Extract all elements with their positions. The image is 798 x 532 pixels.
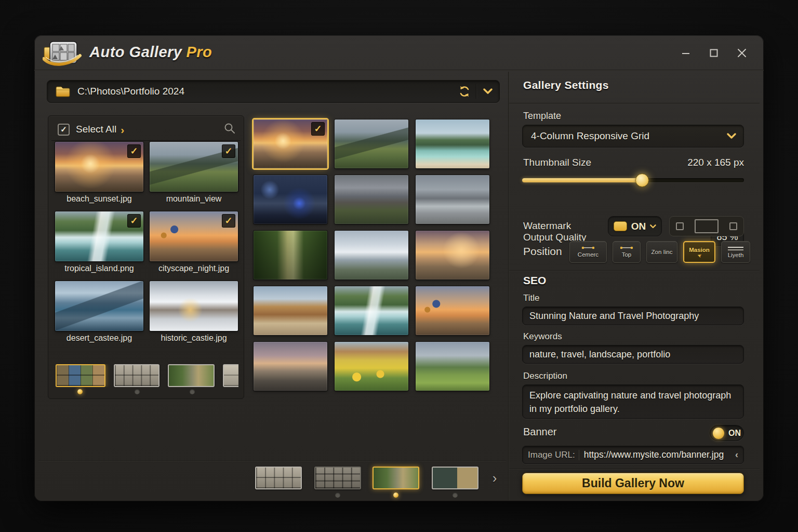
app-window: Auto GalleryPro C:\Photos\Portfolio 20 bbox=[34, 35, 764, 501]
file-item[interactable]: ✓beach_sunset.jpg bbox=[55, 142, 143, 206]
position-option-label: Top bbox=[622, 251, 632, 258]
settings-header-divider bbox=[509, 103, 760, 104]
grid-photo[interactable] bbox=[416, 286, 489, 335]
file-item[interactable]: historic_castie.jpg bbox=[150, 281, 238, 345]
gallery-preview-thumb[interactable] bbox=[314, 467, 361, 489]
app-title-suffix: Pro bbox=[186, 44, 212, 60]
seo-heading: SEO bbox=[523, 274, 546, 287]
slider-knob[interactable] bbox=[635, 174, 649, 187]
grid-photo[interactable]: ✓ bbox=[254, 119, 327, 168]
strip-dot[interactable] bbox=[77, 389, 83, 394]
banner-url-value[interactable]: https://www.mysite.com/banner.jpg bbox=[584, 449, 735, 460]
file-item[interactable]: ✓mountain_view bbox=[150, 142, 238, 206]
layout-preview-thumb[interactable] bbox=[114, 364, 159, 387]
cursor-deco-icon: ➤ bbox=[697, 252, 702, 258]
position-label: Position bbox=[523, 245, 562, 258]
chevron-down-icon bbox=[650, 224, 656, 229]
minimize-button[interactable] bbox=[680, 47, 692, 59]
seo-keywords-input[interactable]: nature, travel, landscape, portfolio bbox=[522, 345, 744, 364]
strip-dot[interactable] bbox=[190, 389, 195, 394]
layout-preview-thumb[interactable] bbox=[223, 364, 238, 387]
folder-path-text[interactable]: C:\Photos\Portfolio 2024 bbox=[77, 86, 453, 97]
grid-photo[interactable] bbox=[335, 342, 408, 391]
layout-preview-thumb[interactable] bbox=[56, 364, 105, 387]
position-option-button[interactable]: Zon Iinc bbox=[646, 241, 677, 263]
gallery-preview-strip: › bbox=[255, 467, 503, 497]
build-gallery-button[interactable]: Build Gallery Now bbox=[522, 473, 744, 494]
maximize-button[interactable] bbox=[708, 47, 720, 59]
folder-path-bar[interactable]: C:\Photos\Portfolio 2024 bbox=[47, 80, 500, 103]
grid-photo[interactable] bbox=[416, 231, 489, 280]
url-caret-icon[interactable]: ‹ bbox=[735, 449, 738, 460]
select-all-chevron-icon[interactable]: › bbox=[121, 124, 124, 135]
template-value: 4-Column Responsive Grid bbox=[531, 130, 727, 142]
template-dropdown[interactable]: 4-Column Responsive Grid bbox=[522, 125, 744, 148]
selected-check-badge[interactable]: ✓ bbox=[311, 122, 325, 136]
placement-option-small-right[interactable] bbox=[729, 222, 737, 230]
file-thumbnail[interactable] bbox=[150, 281, 238, 331]
grid-photo[interactable] bbox=[254, 231, 327, 280]
file-thumbnail[interactable]: ✓ bbox=[55, 142, 143, 192]
grid-photo[interactable] bbox=[254, 175, 327, 224]
strip-dot[interactable] bbox=[453, 493, 458, 498]
file-item[interactable]: ✓tropical_island.png bbox=[55, 211, 143, 276]
layout-preview-thumb[interactable] bbox=[168, 364, 215, 387]
position-option-button[interactable]: Top bbox=[613, 241, 641, 263]
thumbnail-size-value: 220 x 165 px bbox=[647, 157, 744, 168]
grid-photo[interactable] bbox=[335, 119, 408, 168]
grid-photo[interactable] bbox=[416, 175, 489, 224]
grid-photo[interactable] bbox=[416, 119, 489, 168]
watermark-toggle[interactable]: ON bbox=[608, 216, 662, 236]
seo-description-input[interactable]: Explore captivating nature and travel ph… bbox=[522, 384, 744, 419]
thumbnail-size-slider[interactable] bbox=[522, 178, 744, 182]
grid-photo[interactable] bbox=[254, 342, 327, 391]
placement-option-small-left[interactable] bbox=[676, 222, 684, 230]
position-option-button[interactable]: Liyeth bbox=[721, 241, 750, 263]
build-section-divider bbox=[509, 469, 760, 470]
position-option-button[interactable]: Cemerc bbox=[569, 241, 607, 263]
gallery-preview-thumb[interactable] bbox=[255, 467, 302, 489]
select-all-label: Select All bbox=[76, 124, 116, 135]
position-option-button[interactable]: Masion➤ bbox=[683, 241, 715, 263]
watermark-label: Watermark bbox=[523, 220, 571, 232]
file-item[interactable]: desert_castee.jpg bbox=[55, 281, 143, 345]
strip-dot[interactable] bbox=[393, 493, 398, 498]
file-name: tropical_island.png bbox=[55, 261, 143, 276]
seo-section-divider bbox=[509, 270, 760, 271]
select-all-checkbox[interactable]: ✓ bbox=[58, 124, 70, 136]
next-page-arrow[interactable]: › bbox=[488, 470, 501, 486]
file-thumbnail[interactable]: ✓ bbox=[150, 142, 238, 192]
lines-deco-icon bbox=[728, 246, 743, 251]
placement-option-large[interactable] bbox=[695, 219, 719, 233]
selected-check-badge[interactable]: ✓ bbox=[127, 214, 141, 228]
gallery-preview-thumb[interactable] bbox=[432, 467, 478, 489]
close-button[interactable] bbox=[736, 47, 748, 59]
template-label: Template bbox=[523, 111, 561, 122]
folder-icon bbox=[56, 86, 70, 97]
selected-check-badge[interactable]: ✓ bbox=[222, 214, 235, 228]
folder-dropdown-button[interactable] bbox=[476, 80, 499, 103]
grid-photo[interactable] bbox=[335, 231, 408, 280]
grid-photo[interactable] bbox=[416, 342, 489, 391]
banner-url-field[interactable]: Image URL: https://www.mysite.com/banner… bbox=[522, 446, 744, 464]
titlebar: Auto GalleryPro bbox=[34, 35, 764, 71]
grid-photo[interactable] bbox=[335, 286, 408, 335]
selected-check-badge[interactable]: ✓ bbox=[127, 144, 141, 158]
file-thumbnail[interactable]: ✓ bbox=[150, 211, 238, 261]
file-thumbnail[interactable]: ✓ bbox=[55, 211, 143, 261]
seo-title-input[interactable]: Stunning Nature and Travel Photography bbox=[522, 307, 744, 325]
search-button[interactable] bbox=[224, 123, 235, 136]
file-name: mountain_view bbox=[150, 192, 238, 206]
strip-dot[interactable] bbox=[335, 493, 340, 498]
banner-toggle[interactable]: ON bbox=[710, 425, 744, 441]
file-thumbnail[interactable] bbox=[55, 281, 143, 331]
desktop-background: Auto GalleryPro C:\Photos\Portfolio 20 bbox=[0, 0, 798, 532]
refresh-button[interactable] bbox=[453, 80, 476, 103]
grid-photo[interactable] bbox=[335, 175, 408, 224]
strip-dot[interactable] bbox=[135, 389, 140, 394]
gallery-preview-thumb[interactable] bbox=[373, 467, 419, 489]
file-item[interactable]: ✓cityscape_night.jpg bbox=[150, 211, 238, 276]
grid-photo[interactable] bbox=[254, 286, 327, 335]
selected-check-badge[interactable]: ✓ bbox=[222, 144, 235, 158]
file-name: cityscape_night.jpg bbox=[150, 261, 238, 276]
